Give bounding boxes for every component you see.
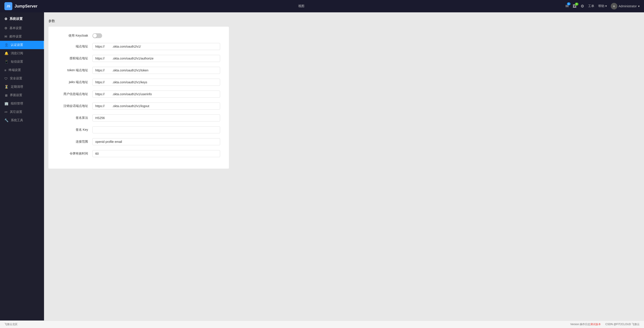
logout-endpoint-label: 注销会话端点地址 [57,104,92,108]
sidebar-item-notify[interactable]: 🔔 消息订阅 [0,49,44,58]
sign-algo-label: 签名算法 [57,116,92,120]
keycloak-label: 使用 Keycloak [57,34,92,38]
jwks-endpoint-input[interactable] [92,79,220,86]
user-dropdown-icon: ▾ [638,5,640,8]
logo: JS JumpServer [4,2,38,10]
sidebar-item-sms[interactable]: 📱 短信设置 [0,58,44,66]
footer-right: Version 操作日志测试版本 CSDN @FIT2CLOUD 飞致云 [570,322,640,326]
sidebar-item-mail[interactable]: ✉ 邮件设置 [0,32,44,41]
sign-key-label: 签名 Key [57,128,92,132]
settings-icon: ⚙ [580,4,584,8]
token-endpoint-row: token 端点地址 [57,67,220,74]
nav-view[interactable]: 视图 [298,4,304,8]
tools-icon: 🔧 [4,118,8,122]
sms-icon: 📱 [4,60,8,64]
sidebar-item-security[interactable]: 🛡 安全设置 [0,74,44,83]
mail-nav-icon: ✉ [4,35,7,39]
shield-icon: 🛡 [4,77,8,80]
logo-text: JumpServer [14,4,38,9]
token-expire-label: 令牌有效时间 [57,152,92,156]
layout: ⚙ 系统设置 ⚙ 基本设置 ✉ 邮件设置 👤 认证设置 🔔 消息订阅 📱 短信设… [0,12,644,320]
userinfo-endpoint-row: 用户信息端点地址 [57,91,220,98]
header-right: ✉ 1 🖼 3 ⚙ 工单 帮助 ▾ A Administrator ▾ [566,3,640,10]
monitor-badge: 3 [575,3,578,6]
sidebar-item-ui[interactable]: 🖥 界面设置 [0,91,44,99]
auth-endpoint-label: 授权端点地址 [57,56,92,60]
params-card: 使用 Keycloak 端点地址 授权端点地址 token 端点地址 [48,27,229,169]
user-menu[interactable]: A Administrator ▾ [611,3,640,10]
userinfo-endpoint-input[interactable] [92,91,220,98]
content-area: 参数 使用 Keycloak 端点地址 授权端点地址 [44,12,644,175]
user-name: Administrator [619,5,637,8]
version-highlight: 测试版本 [590,323,601,326]
gear-icon: ⚙ [4,17,7,21]
help-nav[interactable]: 帮助 ▾ [598,4,607,8]
section-title: 参数 [48,19,640,23]
endpoint-label: 端点地址 [57,45,92,49]
keycloak-row: 使用 Keycloak [57,33,220,38]
mail-badge: 1 [567,3,570,5]
scope-row: 连接范围 [57,138,220,145]
logo-icon: JS [4,2,12,10]
settings-icon-wrap[interactable]: ⚙ [580,4,584,9]
footer-region: 飞致云北区 [4,322,18,326]
sidebar: ⚙ 系统设置 ⚙ 基本设置 ✉ 邮件设置 👤 认证设置 🔔 消息订阅 📱 短信设… [0,12,44,320]
scope-label: 连接范围 [57,140,92,144]
sign-key-row: 签名 Key [57,126,220,133]
sidebar-item-basic[interactable]: ⚙ 基本设置 [0,24,44,32]
footer-version: Version 操作日志测试版本 [570,322,601,326]
jwks-endpoint-label: jwks 端点地址 [57,80,92,84]
footer-copyright: CSDN @FIT2CLOUD 飞致云 [605,322,640,326]
notify-icon: 🔔 [4,51,8,55]
token-expire-input[interactable] [92,150,220,157]
token-expire-row: 令牌有效时间 [57,150,220,157]
sidebar-header: ⚙ 系统设置 [0,15,44,24]
basic-icon: ⚙ [4,26,7,30]
terminal-icon: ≡ [4,68,6,72]
ui-icon: 🖥 [4,93,8,97]
periodic-icon: ⏳ [4,85,8,89]
sidebar-item-other[interactable]: ≔ 其它设置 [0,108,44,116]
main-content: 参数 使用 Keycloak 端点地址 授权端点地址 [44,12,644,320]
endpoint-row: 端点地址 [57,43,220,50]
auth-icon: 👤 [4,43,8,47]
workorder-label[interactable]: 工单 [588,4,594,8]
avatar: A [611,3,617,10]
mail-icon-wrap[interactable]: ✉ 1 [566,4,569,9]
sign-algo-row: 签名算法 [57,114,220,121]
logout-endpoint-row: 注销会话端点地址 [57,102,220,110]
logout-endpoint-input[interactable] [92,102,220,110]
other-icon: ≔ [4,110,8,114]
token-endpoint-input[interactable] [92,67,220,74]
sidebar-item-terminal[interactable]: ≡ 终端设置 [0,66,44,74]
org-icon: 🏢 [4,102,8,106]
monitor-icon-wrap[interactable]: 🖼 3 [573,4,577,9]
sidebar-item-tools[interactable]: 🔧 系统工具 [0,116,44,124]
sign-algo-input[interactable] [92,114,220,121]
sidebar-item-periodic[interactable]: ⏳ 定期清理 [0,83,44,91]
sidebar-item-auth[interactable]: 👤 认证设置 [0,41,44,49]
endpoint-input[interactable] [92,43,220,50]
footer: 飞致云北区 Version 操作日志测试版本 CSDN @FIT2CLOUD 飞… [0,320,644,328]
scope-input[interactable] [92,138,220,145]
header: JS JumpServer 视图 ✉ 1 🖼 3 ⚙ 工单 帮助 ▾ A Adm… [0,0,644,12]
auth-endpoint-row: 授权端点地址 [57,55,220,62]
keycloak-toggle[interactable] [92,33,102,38]
userinfo-endpoint-label: 用户信息端点地址 [57,92,92,96]
sidebar-item-org[interactable]: 🏢 组织管理 [0,99,44,108]
jwks-endpoint-row: jwks 端点地址 [57,79,220,86]
token-endpoint-label: token 端点地址 [57,68,92,72]
auth-endpoint-input[interactable] [92,55,220,62]
sign-key-input[interactable] [92,126,220,133]
